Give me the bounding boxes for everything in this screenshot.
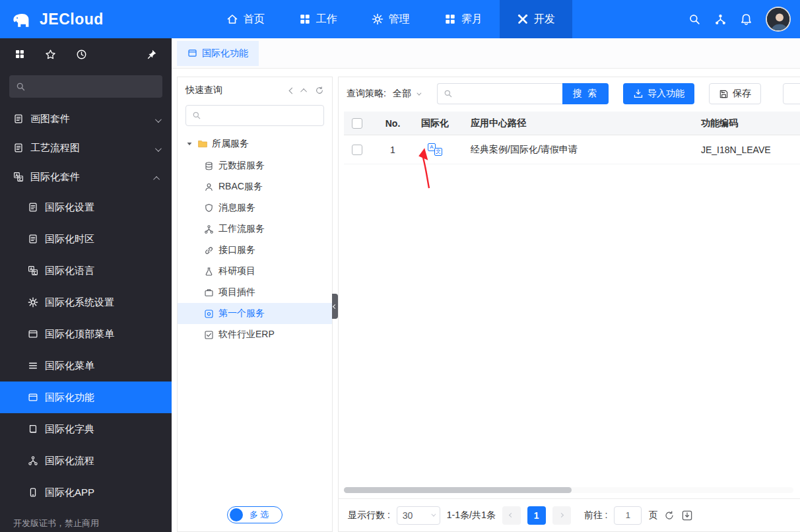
sidebar-item-label: 国际化菜单 [45, 360, 94, 372]
panel-collapse-handle[interactable] [332, 294, 338, 319]
avatar[interactable] [766, 7, 791, 32]
topnav-item-home[interactable]: 首页 [209, 0, 282, 38]
search-icon[interactable] [688, 13, 701, 26]
tree-item-label: 软件行业ERP [218, 329, 275, 341]
tree-item-api-service[interactable]: 接口服务 [178, 240, 332, 261]
tree-item-metadata-service[interactable]: 元数据服务 [178, 155, 332, 176]
sidebar-item-i18n-top-menu[interactable]: 国际化顶部菜单 [0, 318, 172, 350]
top-nav: 首页 工作 管理 霁月 开发 [209, 0, 572, 38]
caret-down-icon[interactable] [185, 140, 193, 148]
search-button[interactable]: 搜 索 [562, 83, 609, 104]
sidebar-item-label: 国际化语言 [45, 265, 94, 277]
tab-i18n-function[interactable]: 国际化功能 [177, 41, 259, 66]
tree-root-label: 所属服务 [212, 138, 249, 150]
select-all-checkbox[interactable] [352, 118, 362, 129]
tree-item-research-project[interactable]: 科研项目 [178, 261, 332, 282]
sidebar-item-i18n-system-settings[interactable]: 国际化系统设置 [0, 286, 172, 318]
chevron-down-icon [155, 143, 160, 154]
column-i18n: 国际化 [411, 117, 459, 129]
star-icon[interactable] [45, 49, 56, 60]
clock-icon[interactable] [76, 49, 87, 60]
tree-search-input[interactable] [206, 111, 317, 121]
pin-icon[interactable] [146, 49, 157, 60]
briefcase-icon [204, 288, 214, 298]
sidebar-item-i18n-timezone[interactable]: 国际化时区 [0, 223, 172, 255]
multi-select-toggle[interactable]: 多选 [227, 506, 283, 523]
sidebar-item-i18n-function[interactable]: 国际化功能 [0, 382, 172, 413]
elephant-logo-icon [12, 10, 34, 29]
sidebar-item-i18n-settings[interactable]: 国际化设置 [0, 191, 172, 223]
strategy-select[interactable]: 全部 [393, 88, 420, 100]
workflow-icon [204, 224, 214, 234]
sidebar-item-i18n-language[interactable]: 国际化语言 [0, 255, 172, 286]
page-size-select[interactable]: 30 [397, 506, 440, 525]
sidebar-item-label: 国际化顶部菜单 [45, 328, 114, 341]
sidebar-item-i18n-dictionary[interactable]: 国际化字典 [0, 413, 172, 445]
import-button-label: 导入功能 [648, 88, 684, 100]
keyword-search-field[interactable] [437, 83, 562, 104]
prev-page-button[interactable] [502, 506, 521, 525]
tree-item-project-plugin[interactable]: 项目插件 [178, 282, 332, 303]
export-icon[interactable] [681, 507, 698, 524]
brand[interactable]: JECloud [12, 10, 104, 29]
tree-root-services[interactable]: 所属服务 [178, 133, 332, 155]
tab-bar: 国际化功能 [172, 38, 800, 69]
goto-page-input[interactable] [614, 506, 642, 525]
i18n-settings-icon [28, 202, 38, 213]
tree-item-label: 接口服务 [218, 244, 255, 256]
folder-icon [197, 139, 208, 149]
tree-item-software-erp[interactable]: 软件行业ERP [178, 324, 332, 345]
sidebar-item-i18n-menu[interactable]: 国际化菜单 [0, 350, 172, 382]
tab-label: 国际化功能 [202, 48, 248, 59]
chevron-up-icon [155, 172, 160, 183]
keyword-search-input[interactable] [457, 89, 556, 99]
i18n-menu-icon [28, 360, 38, 371]
tree-item-label: 消息服务 [218, 202, 255, 214]
quick-query-tools [290, 86, 324, 95]
import-function-button[interactable]: 导入功能 [623, 83, 694, 104]
sidebar-search-input[interactable] [31, 82, 156, 92]
translate-icon[interactable]: A 文 [428, 143, 442, 156]
drawing-suite-icon [13, 114, 24, 124]
tree-item-workflow-service[interactable]: 工作流服务 [178, 218, 332, 240]
scrollbar-thumb[interactable] [344, 487, 572, 493]
content-body: 快速查询 所属服务 [172, 69, 800, 532]
tree-search[interactable] [185, 105, 324, 126]
function-tab-icon [187, 48, 197, 58]
service-tree: 所属服务 元数据服务 RBAC服务 消息服务 [178, 133, 332, 500]
org-chart-icon[interactable] [714, 13, 727, 26]
i18n-timezone-icon [28, 234, 38, 244]
sidebar-item-i18n-workflow[interactable]: 国际化流程 [0, 445, 172, 477]
topnav-item-work[interactable]: 工作 [282, 0, 354, 38]
sidebar-group-i18n-suite[interactable]: 国际化套件 [0, 162, 172, 191]
table-row[interactable]: 1 A 文 经典案例/国际化/请假申请 JE_I18N_LEAVE [344, 135, 800, 164]
work-grid-icon [299, 13, 311, 25]
sidebar-group-process-diagram[interactable]: 工艺流程图 [0, 133, 172, 162]
partial-toolbar-button[interactable] [783, 83, 800, 104]
next-page-button[interactable] [552, 506, 571, 525]
sidebar-group-label: 国际化套件 [30, 171, 80, 183]
tree-item-message-service[interactable]: 消息服务 [178, 197, 332, 218]
collapse-left-icon[interactable] [289, 87, 296, 94]
page-suffix: 页 [648, 510, 657, 521]
sidebar-group-drawing-suite[interactable]: 画图套件 [0, 104, 172, 133]
sidebar-search[interactable] [9, 75, 162, 98]
bell-icon[interactable] [740, 13, 752, 26]
topnav-item-manage[interactable]: 管理 [354, 0, 427, 38]
tree-item-label: 第一个服务 [218, 308, 265, 319]
topnav-item-jiyue[interactable]: 霁月 [427, 0, 500, 38]
tree-item-first-service[interactable]: 第一个服务 [178, 303, 332, 324]
topnav-label: 霁月 [461, 13, 483, 26]
collapse-up-icon[interactable] [300, 88, 307, 94]
page-1-button[interactable]: 1 [527, 506, 546, 525]
topnav-item-dev[interactable]: 开发 [500, 0, 572, 38]
refresh-icon[interactable] [315, 86, 324, 95]
home-icon [226, 13, 238, 25]
avatar-photo [767, 8, 791, 32]
sidebar-item-i18n-app[interactable]: 国际化APP [0, 477, 172, 508]
tree-item-rbac-service[interactable]: RBAC服务 [178, 176, 332, 197]
row-checkbox[interactable] [352, 145, 362, 155]
refresh-icon[interactable] [664, 510, 675, 521]
save-button[interactable]: 保存 [709, 83, 761, 104]
apps-grid-icon[interactable] [15, 49, 25, 59]
